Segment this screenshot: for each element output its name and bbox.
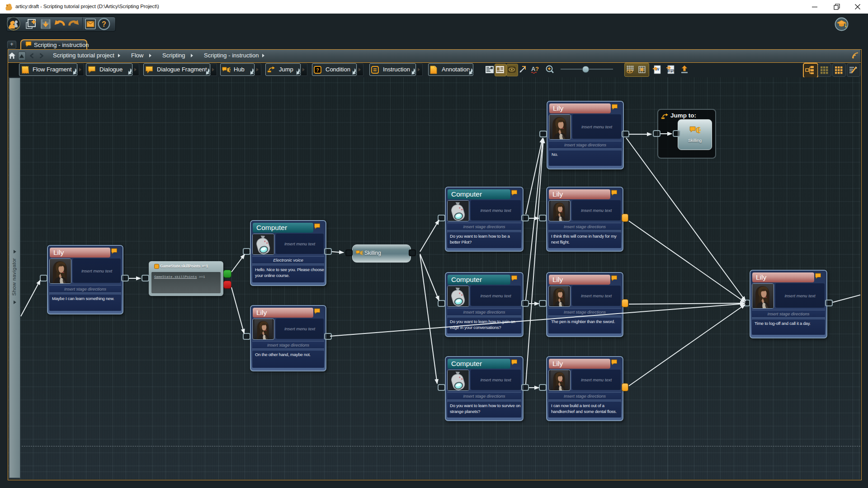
svg-text:XPS: XPS	[668, 70, 674, 73]
svg-text:?: ?	[316, 68, 319, 73]
svg-text:?: ?	[535, 66, 539, 72]
svg-text:?: ?	[102, 20, 106, 28]
